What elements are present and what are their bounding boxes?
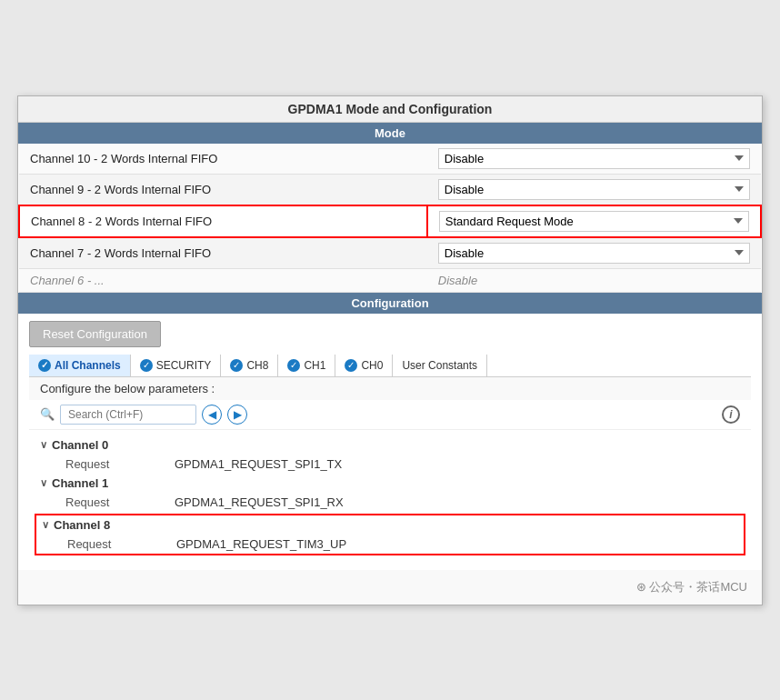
prop-value: GPDMA1_REQUEST_SPI1_TX <box>175 457 342 471</box>
mode-row-label: Channel 8 - 2 Words Internal FIFO <box>19 205 427 237</box>
tree-arrow-icon: ∨ <box>40 439 47 451</box>
check-icon: ✓ <box>38 359 51 372</box>
mode-row-label: Channel 7 - 2 Words Internal FIFO <box>19 237 427 269</box>
mode-row-select[interactable]: Disable <box>427 237 761 269</box>
channel-name: Channel 1 <box>52 476 108 490</box>
prop-name: Request <box>65 495 175 509</box>
mode-dropdown[interactable]: Standard Request Mode <box>439 211 749 232</box>
main-container: GPDMA1 Mode and Configuration Mode Chann… <box>17 95 763 605</box>
tree-arrow-icon: ∨ <box>42 519 49 531</box>
mode-dropdown[interactable]: Disable <box>438 179 750 200</box>
check-icon: ✓ <box>287 359 300 372</box>
tab-label: User Constants <box>402 359 477 372</box>
tab-security[interactable]: ✓SECURITY <box>131 355 222 376</box>
prop-name: Request <box>67 537 176 551</box>
reset-config-button[interactable]: Reset Configuration <box>29 321 161 347</box>
prop-value: GPDMA1_REQUEST_SPI1_RX <box>175 495 344 509</box>
check-icon: ✓ <box>230 359 243 372</box>
tab-bar: ✓All Channels✓SECURITY✓CH8✓CH1✓CH0User C… <box>29 355 751 377</box>
mode-section-header: Mode <box>18 123 762 144</box>
tab-label: CH0 <box>361 359 383 372</box>
search-bar: 🔍 ◀ ▶ i <box>29 400 751 430</box>
search-icon: 🔍 <box>40 407 55 421</box>
tree-container: ∨Channel 0RequestGPDMA1_REQUEST_SPI1_TX∨… <box>29 430 751 563</box>
channel-header[interactable]: ∨Channel 0 <box>29 435 751 455</box>
mode-row-select[interactable]: Standard Request Mode <box>427 205 761 237</box>
mode-table: Channel 10 - 2 Words Internal FIFODisabl… <box>18 144 762 293</box>
mode-row-label: Channel 6 - ... <box>19 268 427 292</box>
channel-header[interactable]: ∨Channel 1 <box>29 474 751 493</box>
prev-nav-button[interactable]: ◀ <box>202 405 222 425</box>
watermark: ⊛ 公众号・茶话MCU <box>18 570 762 605</box>
tab-all[interactable]: ✓All Channels <box>29 355 131 376</box>
tab-ch8[interactable]: ✓CH8 <box>221 355 278 376</box>
check-icon: ✓ <box>140 359 153 372</box>
tree-child-row: RequestGPDMA1_REQUEST_SPI1_TX <box>29 455 751 474</box>
mode-row-label: Channel 10 - 2 Words Internal FIFO <box>19 144 427 175</box>
config-section: Reset Configuration ✓All Channels✓SECURI… <box>18 314 762 570</box>
mode-row-label: Channel 9 - 2 Words Internal FIFO <box>19 174 427 205</box>
tree-child-row: RequestGPDMA1_REQUEST_TIM3_UP <box>36 535 744 554</box>
channel-name: Channel 8 <box>54 518 110 532</box>
prop-value: GPDMA1_REQUEST_TIM3_UP <box>176 537 346 551</box>
tab-label: CH8 <box>246 359 268 372</box>
mode-dropdown[interactable]: Disable <box>438 243 750 264</box>
prop-name: Request <box>65 457 175 471</box>
tab-label: All Channels <box>55 359 121 372</box>
info-icon: i <box>722 405 740 424</box>
tab-label: SECURITY <box>156 359 212 372</box>
panel-title: GPDMA1 Mode and Configuration <box>18 96 762 123</box>
channel-name: Channel 0 <box>52 438 108 452</box>
mode-dropdown[interactable]: Disable <box>438 148 750 169</box>
search-input[interactable] <box>60 405 196 425</box>
config-section-header: Configuration <box>18 293 762 314</box>
tab-label: CH1 <box>304 359 325 372</box>
next-nav-button[interactable]: ▶ <box>227 405 247 425</box>
tree-child-row: RequestGPDMA1_REQUEST_SPI1_RX <box>29 493 751 512</box>
mode-row-select[interactable]: Disable <box>427 268 761 292</box>
tab-ch1[interactable]: ✓CH1 <box>278 355 335 376</box>
tree-arrow-icon: ∨ <box>40 477 47 489</box>
mode-row-select[interactable]: Disable <box>427 144 761 175</box>
channel-group: ∨Channel 8RequestGPDMA1_REQUEST_TIM3_UP <box>35 514 745 555</box>
channel-header[interactable]: ∨Channel 8 <box>36 515 744 535</box>
channel-group: ∨Channel 0RequestGPDMA1_REQUEST_SPI1_TX <box>29 435 751 474</box>
channel-group: ∨Channel 1RequestGPDMA1_REQUEST_SPI1_RX <box>29 474 751 512</box>
params-label: Configure the below parameters : <box>29 377 751 400</box>
tab-ch0[interactable]: ✓CH0 <box>335 355 393 376</box>
check-icon: ✓ <box>345 359 357 372</box>
tab-user_constants[interactable]: User Constants <box>393 355 487 376</box>
mode-row-select[interactable]: Disable <box>427 174 761 205</box>
